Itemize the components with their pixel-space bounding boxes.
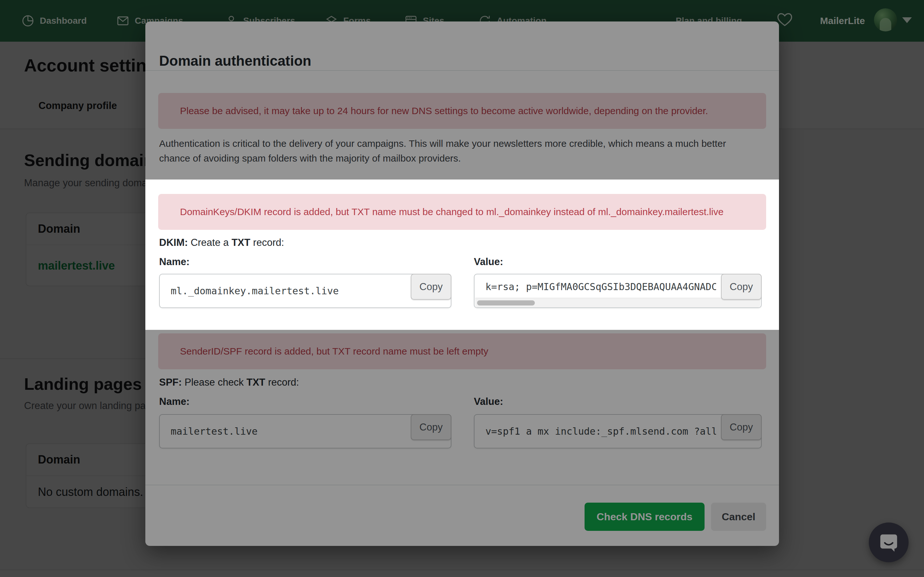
envelope-icon [116, 14, 129, 27]
cancel-button[interactable]: Cancel [711, 503, 766, 531]
dkim-value-label: Value: [474, 256, 503, 268]
horizontal-scrollbar [475, 298, 760, 308]
dkim-value-field: Copy [474, 274, 762, 308]
spf-name-field: Copy [159, 414, 451, 448]
dkim-value-copy-button[interactable]: Copy [721, 274, 762, 300]
spf-alert: SenderID/SPF record is added, but TXT re… [158, 334, 766, 369]
dkim-alert: DomainKeys/DKIM record is added, but TXT… [158, 194, 766, 230]
scrollbar-thumb[interactable] [477, 300, 535, 306]
chevron-down-icon[interactable] [902, 17, 912, 23]
check-dns-records-button[interactable]: Check DNS records [585, 503, 704, 531]
nav-label: Dashboard [40, 16, 87, 26]
spf-value-copy-button[interactable]: Copy [721, 414, 762, 440]
dkim-name-label: Name: [159, 256, 190, 268]
spf-value-field: Copy [474, 414, 762, 448]
domain-authentication-modal: Domain authentication Please be advised,… [145, 21, 779, 546]
account-name[interactable]: MailerLite [820, 0, 865, 42]
spf-value-label: Value: [474, 396, 503, 408]
spf-name-label: Name: [159, 396, 190, 408]
modal-title: Domain authentication [159, 53, 311, 69]
chat-launcher-button[interactable] [869, 522, 909, 562]
spf-name-copy-button[interactable]: Copy [411, 414, 451, 440]
spf-value-input[interactable] [475, 415, 761, 448]
avatar[interactable] [874, 8, 897, 31]
dkim-name-field: Copy [159, 274, 451, 308]
dashboard-icon [21, 14, 35, 27]
dkim-name-copy-button[interactable]: Copy [411, 274, 451, 300]
modal-title-divider [145, 70, 779, 71]
screen: Dashboard Campaigns Subscribers Forms [0, 0, 924, 577]
dkim-name-input[interactable] [160, 274, 451, 308]
dkim-section-label: DKIM: Create a TXT record: [159, 237, 284, 248]
nav-item-dashboard[interactable]: Dashboard [21, 0, 87, 42]
chat-bubble-icon [878, 532, 899, 553]
modal-footer-divider [145, 485, 779, 485]
dns-propagation-notice: Please be advised, it may take up to 24 … [158, 93, 766, 129]
spf-section-label: SPF: Please check TXT record: [159, 377, 299, 388]
spf-name-input[interactable] [160, 415, 451, 448]
authentication-intro-text: Authentication is critical to the delive… [159, 136, 740, 166]
